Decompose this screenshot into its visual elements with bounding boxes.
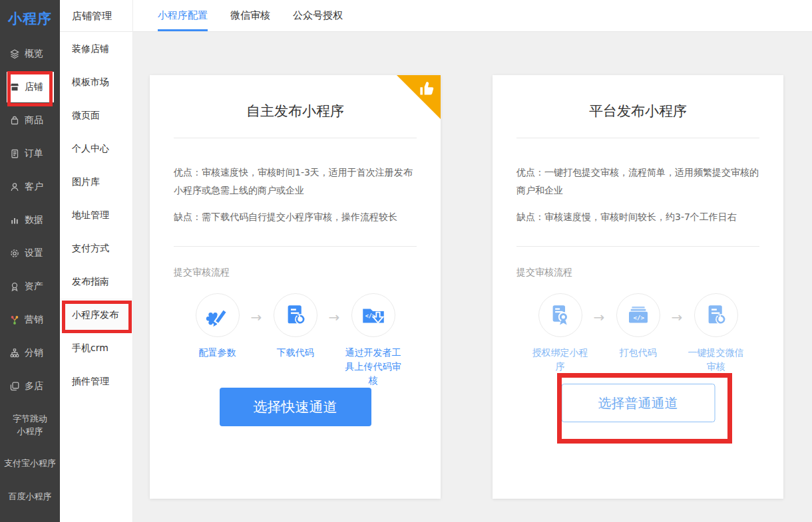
sidebar-item-distribution[interactable]: 分销 bbox=[0, 336, 60, 370]
tab-bar: 小程序配置 微信审核 公众号授权 bbox=[133, 0, 812, 32]
bar-chart-icon bbox=[9, 215, 20, 225]
submenu-item-miniprogram-publish[interactable]: 小程序发布 bbox=[60, 298, 132, 331]
step-label: 一键提交微信审核 bbox=[684, 346, 748, 374]
step-package-code: </> 打包代码 bbox=[599, 293, 677, 374]
submenu-item-plugin-management[interactable]: 插件管理 bbox=[60, 364, 132, 398]
submenu-item-micro-page[interactable]: 微页面 bbox=[60, 98, 132, 132]
card-title: 平台发布小程序 bbox=[493, 102, 783, 120]
step-label: 通过开发者工具上传代码审核 bbox=[341, 346, 405, 388]
step-label: 下载代码 bbox=[264, 346, 327, 360]
submenu-item-template-market[interactable]: 模板市场 bbox=[60, 65, 132, 98]
order-icon bbox=[9, 148, 20, 159]
layers-icon bbox=[9, 49, 20, 59]
authorize-bind-icon bbox=[538, 293, 582, 337]
sidebar-item-customers[interactable]: 客户 bbox=[0, 170, 60, 203]
choose-normal-channel-button[interactable]: 选择普通通道 bbox=[561, 384, 715, 422]
sidebar-item-baidu-miniprogram[interactable]: 百度小程序 bbox=[0, 480, 60, 513]
medal-icon bbox=[9, 281, 20, 292]
store-icon bbox=[9, 82, 20, 92]
card-self-publish: 自主发布小程序 优点：审核速度快，审核时间1-3天，适用于首次注册发布小程序或急… bbox=[150, 75, 441, 499]
flow-steps: 配置参数 → 下载代码 → bbox=[150, 293, 441, 388]
download-code-icon bbox=[274, 293, 317, 337]
submenu-item-decorate-store[interactable]: 装修店铺 bbox=[60, 32, 132, 65]
cons-text: 缺点：审核速度慢，审核时间较长，约3-7个工作日右 bbox=[516, 208, 759, 226]
submit-review-icon bbox=[694, 293, 738, 337]
flow-label: 提交审核流程 bbox=[516, 267, 759, 279]
submenu-item-personal-center[interactable]: 个人中心 bbox=[60, 132, 132, 165]
pros-text: 优点：审核速度快，审核时间1-3天，适用于首次注册发布小程序或急需上线的商户或企… bbox=[174, 164, 417, 199]
gear-icon bbox=[9, 248, 20, 259]
submenu-item-publish-guide[interactable]: 发布指南 bbox=[60, 265, 132, 298]
customer-icon bbox=[9, 182, 20, 192]
flow-label: 提交审核流程 bbox=[174, 267, 417, 279]
tab-official-account-auth[interactable]: 公众号授权 bbox=[293, 0, 343, 31]
sidebar-item-data[interactable]: 数据 bbox=[0, 203, 60, 237]
sidebar-item-bytedance-miniprogram[interactable]: 字节跳动小程序 bbox=[0, 403, 60, 447]
sidebar-item-marketing[interactable]: 营销 bbox=[0, 303, 60, 336]
sidebar-item-settings[interactable]: 设置 bbox=[0, 237, 60, 270]
svg-text:</>: </> bbox=[633, 314, 644, 321]
main-content: 自主发布小程序 优点：审核速度快，审核时间1-3天，适用于首次注册发布小程序或急… bbox=[133, 32, 812, 522]
step-download-code: 下载代码 bbox=[256, 293, 334, 388]
multi-store-icon bbox=[9, 381, 20, 392]
submenu-item-address-management[interactable]: 地址管理 bbox=[60, 198, 132, 231]
choose-fast-channel-button[interactable]: 选择快速通道 bbox=[220, 388, 371, 426]
sidebar-item-alipay-miniprogram[interactable]: 支付宝小程序 bbox=[0, 447, 60, 480]
package-code-icon: </> bbox=[616, 293, 660, 337]
app-root: 小程序 概览 店铺 商品 订单 bbox=[0, 0, 812, 522]
sidebar-item-goods[interactable]: 商品 bbox=[0, 104, 60, 137]
thumbs-up-icon bbox=[418, 80, 436, 98]
bag-icon bbox=[9, 115, 20, 126]
step-submit-review: 一键提交微信审核 bbox=[677, 293, 755, 374]
divider bbox=[174, 246, 417, 247]
secondary-sidebar: 店铺管理 装修店铺 模板市场 微页面 个人中心 图片库 地址管理 支付方式 发布… bbox=[60, 0, 133, 522]
app-logo: 小程序 bbox=[0, 0, 60, 37]
pros-text: 优点：一键打包提交审核，流程简单，适用频繁提交审核的商户和企业 bbox=[516, 164, 759, 199]
sidebar-item-store[interactable]: 店铺 bbox=[0, 70, 60, 104]
submenu-item-mobile-crm[interactable]: 手机crm bbox=[60, 331, 132, 364]
upload-code-folder-icon: </> bbox=[351, 293, 395, 337]
divider bbox=[516, 138, 759, 138]
step-config-params: 配置参数 bbox=[178, 293, 256, 388]
divider bbox=[516, 246, 759, 247]
flow-steps: 授权绑定小程序 → </> 打包代码 → bbox=[493, 293, 783, 374]
sidebar-item-multi-store[interactable]: 多店 bbox=[0, 370, 60, 403]
step-label: 授权绑定小程序 bbox=[528, 346, 592, 374]
config-gear-pencil-icon bbox=[196, 293, 240, 337]
submenu-item-image-library[interactable]: 图片库 bbox=[60, 165, 132, 198]
cons-text: 缺点：需下载代码自行提交小程序审核，操作流程较长 bbox=[174, 208, 417, 226]
submenu-header: 店铺管理 bbox=[60, 0, 132, 32]
sidebar-item-overview[interactable]: 概览 bbox=[0, 37, 60, 70]
tab-wechat-review[interactable]: 微信审核 bbox=[230, 0, 270, 31]
card-platform-publish: 平台发布小程序 优点：一键打包提交审核，流程简单，适用频繁提交审核的商户和企业 … bbox=[493, 75, 783, 499]
sidebar-item-assets[interactable]: 资产 bbox=[0, 270, 60, 303]
sidebar-item-orders[interactable]: 订单 bbox=[0, 137, 60, 170]
submenu-item-payment-method[interactable]: 支付方式 bbox=[60, 231, 132, 265]
network-icon bbox=[9, 348, 20, 358]
step-authorize-bind: 授权绑定小程序 bbox=[521, 293, 599, 374]
step-upload-code: </> 通过开发者工具上传代码审核 bbox=[334, 293, 412, 388]
divider bbox=[174, 138, 417, 138]
primary-sidebar: 小程序 概览 店铺 商品 订单 bbox=[0, 0, 60, 522]
step-label: 配置参数 bbox=[186, 346, 250, 360]
share-nodes-icon bbox=[9, 315, 20, 325]
tab-miniprogram-config[interactable]: 小程序配置 bbox=[158, 0, 208, 31]
step-label: 打包代码 bbox=[606, 346, 670, 360]
